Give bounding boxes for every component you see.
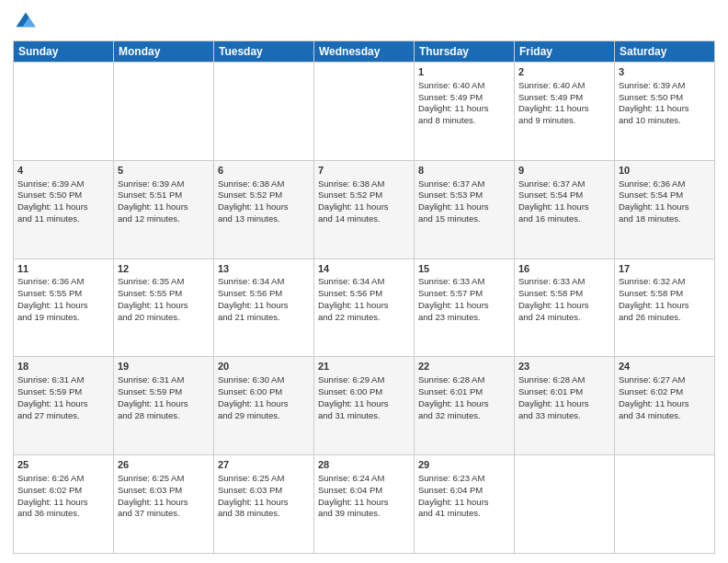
day-info-line: Sunset: 5:50 PM [619, 92, 711, 104]
day-info-line: Sunset: 5:56 PM [218, 288, 310, 300]
day-number: 21 [318, 360, 410, 373]
calendar-cell: 8Sunrise: 6:37 AMSunset: 5:53 PMDaylight… [415, 160, 515, 259]
calendar-cell: 25Sunrise: 6:26 AMSunset: 6:02 PMDayligh… [14, 455, 114, 554]
day-info-line: Sunset: 6:03 PM [218, 485, 310, 497]
day-info-line: Daylight: 11 hours [17, 201, 109, 213]
day-info-line: Sunrise: 6:33 AM [418, 276, 510, 288]
day-info-line: and 38 minutes. [218, 508, 310, 520]
day-info-line: and 29 minutes. [218, 410, 310, 422]
calendar-cell: 2Sunrise: 6:40 AMSunset: 5:49 PMDaylight… [515, 63, 615, 161]
calendar-cell: 19Sunrise: 6:31 AMSunset: 5:59 PMDayligh… [114, 357, 214, 455]
day-number: 18 [17, 360, 109, 373]
day-info-line: Daylight: 11 hours [518, 398, 610, 410]
day-info-line: Sunset: 6:04 PM [318, 485, 410, 497]
calendar-cell [615, 455, 715, 554]
day-number: 15 [418, 262, 510, 276]
calendar-cell: 11Sunrise: 6:36 AMSunset: 5:55 PMDayligh… [14, 259, 114, 357]
day-info-line: Sunrise: 6:23 AM [418, 473, 510, 485]
day-info-line: Sunrise: 6:38 AM [318, 178, 410, 190]
day-info-line: Daylight: 11 hours [418, 103, 510, 115]
day-number: 16 [518, 262, 610, 276]
day-number: 19 [118, 360, 210, 373]
day-number: 29 [418, 458, 510, 472]
day-info-line: and 11 minutes. [17, 213, 109, 225]
day-number: 7 [318, 164, 410, 178]
day-number: 8 [418, 164, 510, 178]
day-info-line: Sunrise: 6:26 AM [17, 473, 109, 485]
day-info-line: Sunset: 5:58 PM [518, 288, 610, 300]
day-info-line: Sunset: 5:59 PM [17, 386, 109, 398]
calendar-cell [214, 63, 314, 161]
day-info-line: Daylight: 11 hours [518, 103, 610, 115]
day-number: 25 [17, 458, 109, 472]
day-info-line: Sunrise: 6:39 AM [118, 178, 210, 190]
day-number: 20 [218, 360, 310, 373]
calendar-cell: 15Sunrise: 6:33 AMSunset: 5:57 PMDayligh… [415, 259, 515, 357]
day-info-line: Sunrise: 6:34 AM [218, 276, 310, 288]
calendar-cell: 1Sunrise: 6:40 AMSunset: 5:49 PMDaylight… [415, 63, 515, 161]
day-info-line: Sunset: 6:00 PM [218, 386, 310, 398]
day-info-line: Sunrise: 6:28 AM [418, 374, 510, 386]
day-info-line: Sunrise: 6:25 AM [218, 473, 310, 485]
day-header-thursday: Thursday [415, 41, 515, 63]
day-info-line: and 24 minutes. [518, 312, 610, 324]
day-info-line: and 33 minutes. [518, 410, 610, 422]
calendar-cell: 28Sunrise: 6:24 AMSunset: 6:04 PMDayligh… [314, 455, 415, 554]
day-info-line: Sunset: 6:00 PM [318, 386, 410, 398]
day-info-line: Daylight: 11 hours [418, 497, 510, 509]
day-info-line: Sunrise: 6:40 AM [418, 80, 510, 92]
day-info-line: and 13 minutes. [218, 213, 310, 225]
day-info-line: and 8 minutes. [418, 115, 510, 127]
day-header-friday: Friday [515, 41, 615, 63]
day-info-line: Sunrise: 6:37 AM [518, 178, 610, 190]
day-info-line: Sunrise: 6:35 AM [118, 276, 210, 288]
day-info-line: and 9 minutes. [518, 115, 610, 127]
day-info-line: Daylight: 11 hours [619, 398, 711, 410]
day-info-line: and 37 minutes. [118, 508, 210, 520]
day-info-line: Daylight: 11 hours [318, 201, 410, 213]
day-info-line: and 21 minutes. [218, 312, 310, 324]
calendar-cell: 12Sunrise: 6:35 AMSunset: 5:55 PMDayligh… [114, 259, 214, 357]
calendar-cell: 29Sunrise: 6:23 AMSunset: 6:04 PMDayligh… [415, 455, 515, 554]
calendar-cell [114, 63, 214, 161]
day-number: 6 [218, 164, 310, 178]
day-info-line: Daylight: 11 hours [118, 497, 210, 509]
calendar-cell: 4Sunrise: 6:39 AMSunset: 5:50 PMDaylight… [14, 160, 114, 259]
calendar-cell: 26Sunrise: 6:25 AMSunset: 6:03 PMDayligh… [114, 455, 214, 554]
calendar-cell: 10Sunrise: 6:36 AMSunset: 5:54 PMDayligh… [615, 160, 715, 259]
day-header-wednesday: Wednesday [314, 41, 415, 63]
calendar-cell [14, 63, 114, 161]
day-number: 14 [318, 262, 410, 276]
day-number: 11 [17, 262, 109, 276]
day-info-line: Daylight: 11 hours [518, 300, 610, 312]
calendar-cell: 27Sunrise: 6:25 AMSunset: 6:03 PMDayligh… [214, 455, 314, 554]
day-info-line: Sunset: 5:49 PM [418, 92, 510, 104]
day-info-line: Sunset: 5:49 PM [518, 92, 610, 104]
day-number: 26 [118, 458, 210, 472]
day-info-line: Sunrise: 6:24 AM [318, 473, 410, 485]
day-info-line: Sunset: 5:54 PM [518, 190, 610, 201]
day-info-line: and 10 minutes. [619, 115, 711, 127]
logo [13, 9, 42, 35]
calendar: SundayMondayTuesdayWednesdayThursdayFrid… [13, 40, 715, 554]
day-number: 4 [17, 164, 109, 178]
day-info-line: and 14 minutes. [318, 213, 410, 225]
day-info-line: Sunrise: 6:29 AM [318, 374, 410, 386]
day-info-line: Sunset: 5:56 PM [318, 288, 410, 300]
day-number: 17 [619, 262, 711, 276]
calendar-cell: 13Sunrise: 6:34 AMSunset: 5:56 PMDayligh… [214, 259, 314, 357]
day-info-line: Sunset: 5:53 PM [418, 190, 510, 201]
day-info-line: Sunrise: 6:30 AM [218, 374, 310, 386]
calendar-cell: 6Sunrise: 6:38 AMSunset: 5:52 PMDaylight… [214, 160, 314, 259]
day-number: 1 [418, 65, 510, 79]
day-number: 28 [318, 458, 410, 472]
day-info-line: Sunrise: 6:25 AM [118, 473, 210, 485]
day-info-line: Daylight: 11 hours [17, 398, 109, 410]
day-info-line: Daylight: 11 hours [218, 398, 310, 410]
calendar-cell: 24Sunrise: 6:27 AMSunset: 6:02 PMDayligh… [615, 357, 715, 455]
day-number: 13 [218, 262, 310, 276]
calendar-cell: 14Sunrise: 6:34 AMSunset: 5:56 PMDayligh… [314, 259, 415, 357]
day-info-line: Daylight: 11 hours [118, 398, 210, 410]
day-number: 23 [518, 360, 610, 373]
day-info-line: Daylight: 11 hours [118, 201, 210, 213]
